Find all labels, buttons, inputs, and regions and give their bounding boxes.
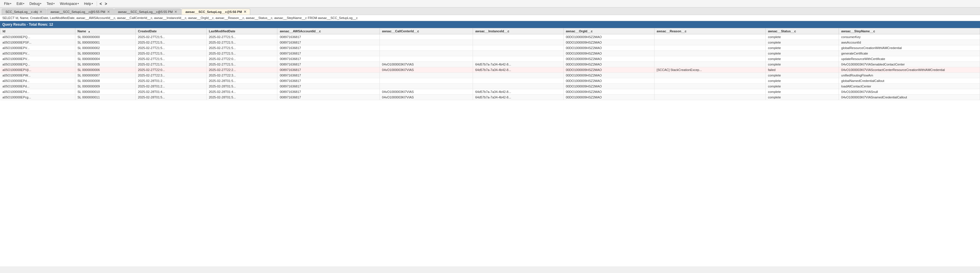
cell-5-6: 64d57b7a-7a34-4b42-8... [473, 62, 563, 67]
cell-6-10: 04vO1000003Kl7VIAScontactCenterResourceC… [839, 67, 980, 73]
cell-10-0: a05O100000EPd... [0, 89, 75, 95]
col-header-name[interactable]: Name ▲ [75, 28, 136, 34]
col-header-instanceid[interactable]: awsac__InstanceId__c [473, 28, 563, 34]
tab-0[interactable]: SCC_SetupLog__c.obj ✕ [2, 9, 46, 15]
col-header-callcenterid[interactable]: awsac__CallCenterId__c [379, 28, 473, 34]
cell-1-2: 2025-02-27T21:5... [136, 40, 207, 45]
cell-2-2: 2025-02-27T21:5... [136, 45, 207, 51]
cell-8-2: 2025-02-28T01:2... [136, 78, 207, 84]
table-row: a05O100000EPd...SL 00000000092025-02-28T… [0, 84, 980, 89]
cell-2-10: globalResourceCreationWithIAMCredential [839, 45, 980, 51]
cell-6-6: 64d57b7a-7a34-4b42-8... [473, 67, 563, 73]
cell-8-6 [473, 78, 563, 84]
cell-3-7: 00DO1000009HSZ2MAO [563, 51, 654, 56]
cell-3-2: 2025-02-27T21:5... [136, 51, 207, 56]
cell-5-7: 00DO1000009HSZ2MAO [563, 62, 654, 67]
cell-3-6 [473, 51, 563, 56]
col-header-status[interactable]: awsac__Status__c [765, 28, 839, 34]
cell-9-3: 2025-02-28T01:5... [206, 84, 277, 89]
cell-11-7: 00DO1000009HSZ2MAO [563, 95, 654, 100]
col-header-lastmodifieddate[interactable]: LastModifiedDate [206, 28, 277, 34]
cell-9-8 [654, 84, 765, 89]
cell-1-6 [473, 40, 563, 45]
cell-7-6 [473, 73, 563, 78]
menu-workspace[interactable]: Workspace ▾ [57, 1, 81, 6]
cell-5-9: complete [765, 62, 839, 67]
cell-8-0: a05O100000EPd... [0, 78, 75, 84]
cell-10-3: 2025-02-28T01:4... [206, 89, 277, 95]
col-header-reason[interactable]: awsac__Reason__c [654, 28, 765, 34]
cell-4-1: SL 0000000004 [75, 56, 136, 62]
tab-0-close[interactable]: ✕ [40, 10, 43, 14]
table-row: a05O100000EPQ...SL 00000000002025-02-27T… [0, 34, 980, 40]
sql-bar: SELECT Id, Name, CreatedDate, LastModifi… [0, 15, 980, 21]
cell-9-4: 008971636817 [277, 84, 379, 89]
tab-2-close[interactable]: ✕ [174, 10, 177, 14]
sort-icon: ▲ [88, 30, 91, 33]
cell-5-2: 2025-02-27T21:5... [136, 62, 207, 67]
table-row: a05O100000EPVjl...SL 00000000062025-02-2… [0, 67, 980, 73]
cell-10-8 [654, 89, 765, 95]
cell-0-9: complete [765, 34, 839, 40]
cell-8-10: globalNamedCredentialCallout [839, 78, 980, 84]
nav-next-button[interactable]: > [103, 2, 108, 6]
menu-debug[interactable]: Debug ▾ [27, 1, 44, 6]
cell-0-8 [654, 34, 765, 40]
col-header-awsaccountid[interactable]: awsac__AWSAccountId__c [277, 28, 379, 34]
table-row: a05O100000EPV...SL 00000000022025-02-27T… [0, 45, 980, 51]
cell-4-4: 008971636817 [277, 56, 379, 62]
menu-file[interactable]: File ▾ [2, 1, 14, 6]
cell-3-1: SL 0000000003 [75, 51, 136, 56]
menu-test[interactable]: Test ▾ [44, 1, 57, 6]
tab-1-close[interactable]: ✕ [107, 10, 110, 14]
cell-11-2: 2025-02-28T01:5... [136, 95, 207, 100]
cell-5-1: SL 0000000005 [75, 62, 136, 67]
cell-2-3: 2025-02-27T21:5... [206, 45, 277, 51]
menubar: File ▾ Edit ▾ Debug ▾ Test ▾ Workspace ▾… [0, 0, 980, 8]
cell-9-0: a05O100000EPd... [0, 84, 75, 89]
tab-2[interactable]: awsac__SCC_SetupLog__c@5:55 PM ✕ [114, 9, 181, 15]
debug-arrow-icon: ▾ [40, 2, 41, 5]
cell-11-9: complete [765, 95, 839, 100]
results-count: Query Results - Total Rows: 12 [2, 22, 53, 27]
cell-6-2: 2025-02-27T22:0... [136, 67, 207, 73]
tab-3-close[interactable]: ✕ [243, 10, 247, 14]
cell-8-1: SL 0000000008 [75, 78, 136, 84]
tab-3[interactable]: awsac__SCC_SetupLog__c@5:56 PM ✕ [181, 9, 250, 15]
tab-2-label: awsac__SCC_SetupLog__c@5:55 PM [118, 10, 173, 14]
cell-11-3: 2025-02-28T01:5... [206, 95, 277, 100]
cell-2-1: SL 0000000002 [75, 45, 136, 51]
cell-6-0: a05O100000EPVjl... [0, 67, 75, 73]
menu-help[interactable]: Help ▾ [82, 1, 95, 6]
table-row: a05O100000EPW...SL 00000000072025-02-27T… [0, 73, 980, 78]
cell-0-2: 2025-02-27T21:5... [136, 34, 207, 40]
table-row: a05O100000EPV...SL 00000000032025-02-27T… [0, 51, 980, 56]
col-header-orgid[interactable]: awsac__OrgId__c [563, 28, 654, 34]
cell-5-4: 008971636817 [277, 62, 379, 67]
cell-4-10: updateResourceWithCertificate [839, 56, 980, 62]
menu-edit[interactable]: Edit ▾ [14, 1, 27, 6]
file-arrow-icon: ▾ [10, 2, 11, 5]
cell-4-9: complete [765, 56, 839, 62]
tab-1-label: awsac__SCC_SetupLog__c@5:55 PM [51, 10, 105, 14]
col-header-stepname[interactable]: awsac__StepName__c [839, 28, 980, 34]
cell-11-4: 008971636817 [277, 95, 379, 100]
cell-2-0: a05O100000EPV... [0, 45, 75, 51]
cell-2-4: 008971636817 [277, 45, 379, 51]
col-header-id[interactable]: Id [0, 28, 75, 34]
cell-0-4: 008971636817 [277, 34, 379, 40]
cell-6-8: [SCCAC] StackCreationExcep... [654, 67, 765, 73]
col-header-createddate[interactable]: CreatedDate [136, 28, 207, 34]
cell-10-6: 64d57b7a-7a34-4b42-8... [473, 89, 563, 95]
cell-3-0: a05O100000EPV... [0, 51, 75, 56]
tab-3-label: awsac__SCC_SetupLog__c@5:56 PM [185, 10, 242, 14]
cell-0-7: 00DO1000009HSZ2MAO [563, 34, 654, 40]
cell-8-8 [654, 78, 765, 84]
cell-0-6 [473, 34, 563, 40]
tab-1[interactable]: awsac__SCC_SetupLog__c@5:55 PM ✕ [47, 9, 114, 15]
cell-6-1: SL 0000000006 [75, 67, 136, 73]
edit-arrow-icon: ▾ [23, 2, 24, 5]
cell-7-8 [654, 73, 765, 78]
nav-prev-button[interactable]: < [99, 2, 103, 6]
menu-separator [97, 2, 97, 6]
